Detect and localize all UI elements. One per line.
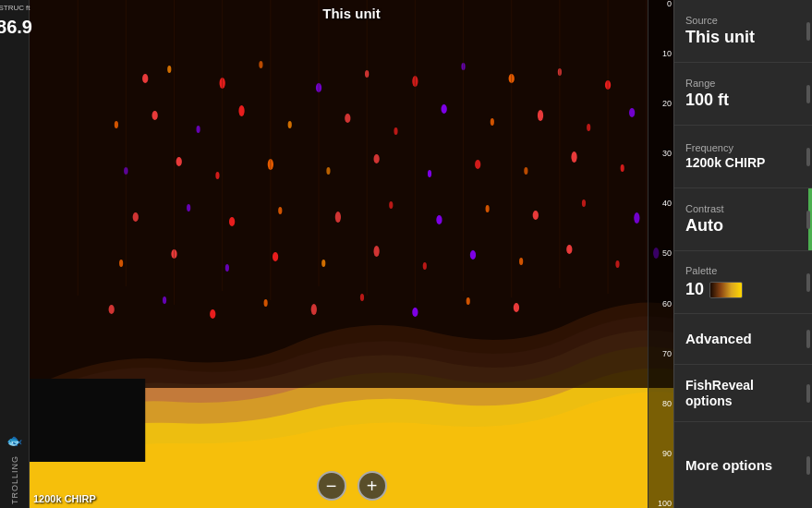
svg-point-58 (615, 260, 619, 268)
frequency-item[interactable]: Frequency 1200k CHIRP (674, 126, 812, 188)
svg-point-62 (210, 309, 215, 319)
svg-point-30 (326, 167, 330, 175)
svg-point-45 (533, 211, 539, 220)
depth-tick-80: 80 (650, 400, 672, 408)
scroll-indicator-advanced (806, 330, 810, 348)
trolling-label: TROLLING (10, 455, 19, 504)
left-strip: STRUC ft 86.9 🐟 TROLLING (0, 0, 30, 508)
svg-point-41 (335, 212, 341, 223)
svg-point-67 (467, 297, 470, 305)
svg-point-33 (475, 160, 480, 169)
advanced-item[interactable]: Advanced (674, 314, 812, 365)
depth-tick-0: 0 (650, 0, 672, 8)
svg-point-22 (491, 118, 494, 126)
fish-icon: 🐟 (6, 433, 22, 448)
scroll-indicator-palette (806, 273, 810, 292)
svg-point-64 (311, 304, 317, 315)
scroll-indicator-source (806, 22, 810, 41)
depth-tick-20: 20 (650, 100, 672, 108)
palette-label: Palette (685, 265, 803, 276)
svg-point-4 (167, 66, 171, 73)
zoom-controls: − + (317, 471, 387, 501)
more-options-item[interactable]: More options (674, 422, 812, 508)
freq-label: 1200k CHIRP (33, 493, 96, 504)
zoom-out-button[interactable]: − (317, 471, 346, 501)
svg-point-35 (571, 151, 576, 163)
zoom-in-button[interactable]: + (358, 471, 387, 501)
depth-tick-40: 40 (650, 200, 672, 208)
svg-point-21 (442, 104, 447, 114)
svg-point-20 (394, 127, 397, 135)
svg-point-46 (582, 200, 586, 207)
depth-tick-70: 70 (650, 350, 672, 358)
unit-label: ft (26, 4, 30, 12)
struc-label: STRUC (0, 5, 24, 13)
range-item[interactable]: Range 100 ft (674, 63, 812, 126)
svg-point-17 (238, 105, 244, 116)
svg-point-34 (524, 167, 527, 175)
svg-point-42 (389, 201, 393, 209)
depth-scale: 0 10 20 30 40 50 60 70 80 90 100 (648, 0, 673, 508)
top-info: STRUC ft 86.9 (0, 4, 32, 38)
svg-point-55 (470, 250, 476, 260)
svg-point-31 (373, 154, 379, 163)
svg-point-47 (634, 212, 639, 224)
sonar-area: This unit 1200k CHIRP 0 10 20 30 40 50 6… (30, 0, 673, 508)
svg-rect-82 (30, 379, 145, 462)
svg-point-24 (587, 124, 590, 131)
svg-point-57 (566, 245, 572, 254)
svg-point-32 (428, 170, 431, 177)
svg-point-50 (225, 264, 229, 272)
palette-preview (709, 282, 743, 298)
depth-tick-90: 90 (650, 450, 672, 458)
svg-point-28 (215, 172, 219, 179)
depth-reading: 86.9 (0, 17, 32, 38)
svg-point-19 (345, 114, 350, 123)
sonar-display (30, 0, 673, 508)
scroll-indicator-freq (806, 148, 810, 166)
svg-point-40 (278, 207, 282, 214)
svg-point-48 (119, 260, 123, 267)
svg-point-60 (109, 305, 115, 314)
fishreveal-item[interactable]: FishRevealoptions (674, 365, 812, 422)
depth-tick-30: 30 (650, 150, 672, 158)
svg-point-66 (412, 308, 418, 317)
svg-point-3 (142, 74, 148, 83)
svg-point-39 (229, 217, 235, 226)
scroll-indicator-contrast (806, 211, 810, 229)
svg-point-15 (152, 111, 158, 120)
palette-row: 10 (685, 280, 803, 299)
svg-point-14 (115, 121, 118, 128)
svg-point-27 (176, 157, 182, 166)
svg-point-65 (360, 294, 364, 301)
source-item[interactable]: Source This unit (674, 0, 812, 63)
depth-tick-60: 60 (650, 300, 672, 308)
svg-point-63 (264, 299, 268, 307)
svg-point-16 (197, 126, 200, 133)
svg-point-56 (519, 258, 523, 265)
frequency-value: 1200k CHIRP (685, 155, 803, 171)
depth-tick-50: 50 (650, 249, 672, 258)
svg-point-54 (423, 262, 427, 270)
source-value: This unit (685, 28, 803, 48)
contrast-item[interactable]: Contrast Auto (674, 188, 812, 251)
more-options-label: More options (685, 457, 772, 474)
svg-point-44 (486, 205, 490, 212)
range-label: Range (685, 78, 803, 89)
contrast-value: Auto (685, 216, 803, 236)
svg-point-37 (133, 212, 139, 222)
scroll-indicator-more (806, 456, 810, 475)
palette-item[interactable]: Palette 10 (674, 251, 812, 314)
svg-point-36 (621, 164, 624, 172)
palette-num: 10 (685, 280, 704, 299)
fishreveal-label: FishRevealoptions (685, 378, 803, 409)
scroll-indicator-range (806, 85, 810, 103)
right-panel: Source This unit Range 100 ft Frequency … (673, 0, 812, 508)
frequency-label: Frequency (685, 142, 803, 153)
svg-point-25 (629, 108, 635, 117)
svg-point-51 (273, 252, 278, 261)
svg-point-23 (538, 110, 543, 121)
svg-point-43 (436, 215, 442, 224)
svg-point-68 (514, 303, 519, 312)
depth-tick-100: 100 (650, 500, 672, 508)
